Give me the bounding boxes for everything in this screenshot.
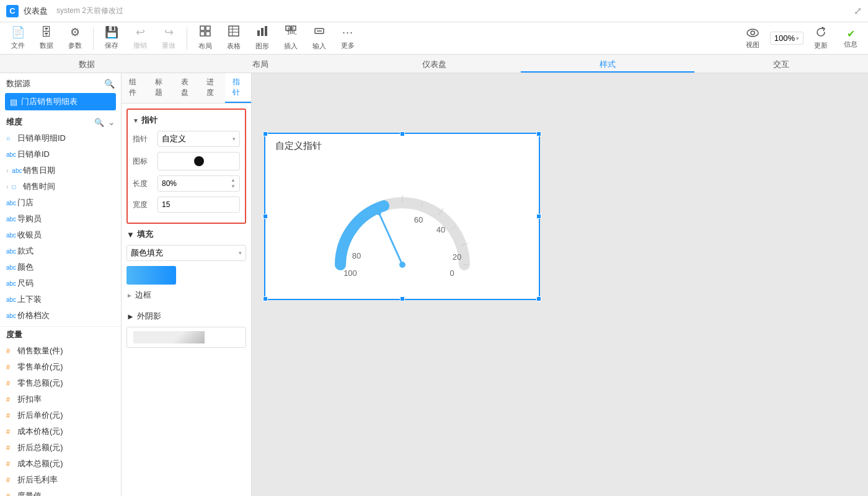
datasource-item[interactable]: ▤ 门店销售明细表 [5,93,116,110]
pointer-type-select[interactable]: 自定义 ▾ [157,131,240,147]
toolbar-data[interactable]: 🗄 数据 [33,24,60,53]
redo-icon: ↪ [164,26,174,40]
width-input-ctrl[interactable] [157,197,240,213]
icon-picker[interactable] [157,152,240,170]
icon-picker-ctrl[interactable] [157,152,240,170]
measure-item[interactable]: # 折后毛利率 [0,472,121,488]
field-item[interactable]: abc 收银员 [0,227,121,243]
field-name: 收银员 [17,229,42,241]
handle-tm[interactable] [400,131,405,136]
field-item[interactable]: abc 尺码 [0,275,121,291]
handle-bm[interactable] [400,296,405,301]
length-input-ctrl[interactable]: ▲ ▼ [157,175,240,192]
border-header[interactable]: ► 边框 [126,290,246,301]
measure-item[interactable]: # 成本总额(元) [0,456,121,472]
field-name: 尺码 [17,278,33,289]
field-item[interactable]: › □ 销售时间 [0,179,121,195]
toolbar-table[interactable]: 表格 [221,23,247,53]
measure-name: 度量值 [17,490,42,496]
style-tab-progress[interactable]: 进度 [199,73,225,103]
length-up[interactable]: ▲ [231,177,236,184]
info-btn[interactable]: ✔ 信息 [838,25,863,51]
tab-data[interactable]: 数据 [0,55,174,73]
divider-2 [187,27,187,50]
canvas-widget[interactable]: 自定义指针 [264,133,540,300]
svg-point-17 [751,31,755,35]
gauge-container: 60 40 20 0 100 80 [322,172,483,283]
toolbar-chart[interactable]: 图形 [249,23,275,53]
field-item[interactable]: abc 日销单ID [0,146,121,162]
toolbar-more[interactable]: ··· 更多 [335,24,361,53]
width-input[interactable] [157,197,240,213]
shadow-title: 外阴影 [137,311,161,322]
toolbar-input[interactable]: 输入 [306,23,332,53]
expand-icon[interactable]: › [6,167,8,174]
style-tab-pointer[interactable]: 指针 [225,73,251,103]
field-item[interactable]: abc 价格档次 [0,308,121,324]
app-logo: C [6,5,19,17]
width-label: 宽度 [133,200,157,210]
zoom-control[interactable]: 100% ▾ [770,32,804,45]
pointer-dropdown[interactable]: 自定义 ▾ [157,131,240,147]
refresh-btn[interactable]: 更新 [808,24,833,53]
handle-ml[interactable] [263,214,268,219]
measure-item[interactable]: # 折后单价(元) [0,407,121,423]
field-item[interactable]: › abc 销售日期 [0,162,121,179]
handle-tr[interactable] [536,131,541,136]
measure-item[interactable]: # 零售单价(元) [0,359,121,375]
length-label: 长度 [133,179,157,189]
datasource-section: 数据源 🔍 [0,73,121,92]
field-item[interactable]: ○ 日销单明细ID [0,130,121,146]
handle-br[interactable] [536,296,541,301]
measure-item[interactable]: # 零售总额(元) [0,375,121,391]
tab-layout[interactable]: 布局 [174,55,347,73]
toolbar-redo[interactable]: ↪ 重做 [156,24,182,53]
measure-icon: # [6,428,15,435]
measure-item[interactable]: # 成本价格(元) [0,423,121,440]
tab-dashboard[interactable]: 仪表盘 [347,55,521,73]
field-item[interactable]: abc 导购员 [0,211,121,227]
toolbar-file[interactable]: 📄 文件 [5,24,31,53]
toolbar-save[interactable]: 💾 保存 [99,24,125,53]
tab-style[interactable]: 样式 [521,55,694,73]
toolbar-insert[interactable]: 插入 插入 [278,23,304,53]
style-tab-dial[interactable]: 表盘 [174,73,200,103]
handle-bl[interactable] [263,296,268,301]
color-type-select[interactable]: 颜色填充 ▾ [126,245,246,261]
measure-item[interactable]: # 度量值 [0,488,121,496]
style-tab-component[interactable]: 组件 [122,73,148,103]
field-item[interactable]: abc 款式 [0,243,121,259]
field-item[interactable]: abc 上下装 [0,291,121,308]
shadow-header[interactable]: ► 外阴影 [126,311,246,322]
measure-icon: # [6,492,15,496]
handle-mr[interactable] [536,214,541,219]
view-btn[interactable]: 视图 [740,25,765,52]
shadow-arrow: ► [126,312,135,321]
width-field[interactable] [162,200,213,209]
expand-icon[interactable]: › [6,184,8,190]
toolbar-layout[interactable]: 布局 [192,23,218,53]
field-item[interactable]: abc 颜色 [0,259,121,275]
length-input[interactable]: ▲ ▼ [157,175,240,192]
measure-item[interactable]: # 折后总额(元) [0,440,121,456]
measure-name: 折扣率 [17,394,42,405]
length-field[interactable] [162,179,213,188]
top-bar: C 仪表盘 system 2天前修改过 ⤢ [0,0,868,22]
toolbar-param[interactable]: ⚙ 参数 [62,24,88,53]
field-item[interactable]: abc 门店 [0,195,121,211]
tab-interact[interactable]: 交互 [694,55,868,73]
toolbar-undo[interactable]: ↩ 撤销 [127,24,153,53]
save-icon: 💾 [105,26,118,40]
measure-item[interactable]: # 折扣率 [0,391,121,407]
svg-text:80: 80 [352,251,360,260]
handle-tl[interactable] [263,131,268,136]
canvas-area[interactable]: 自定义指针 [252,73,868,496]
dimension-search-icon[interactable]: 🔍 [94,118,104,127]
color-swatch[interactable] [126,266,176,285]
style-tab-title[interactable]: 标题 [148,73,174,103]
length-down[interactable]: ▼ [231,184,236,190]
measure-item[interactable]: # 销售数量(件) [0,343,121,359]
dimension-expand-icon[interactable]: ⌄ [108,118,115,127]
datasource-search-icon[interactable]: 🔍 [104,79,115,89]
screen-icon[interactable]: ⤢ [854,6,862,16]
